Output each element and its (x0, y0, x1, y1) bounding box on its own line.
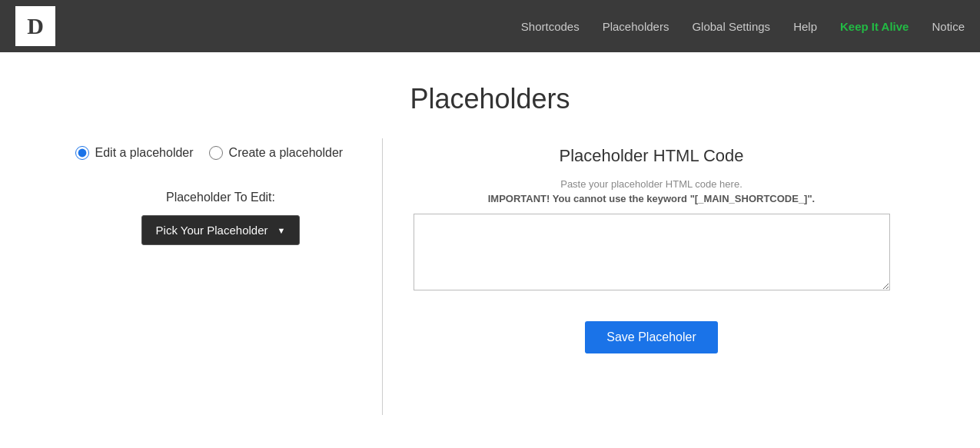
right-panel: Placeholder HTML Code Paste your placeho… (383, 138, 921, 415)
html-code-textarea[interactable] (414, 214, 890, 290)
save-button-wrap: Save Placeholer (414, 321, 890, 353)
caret-icon: ▼ (277, 226, 286, 235)
radio-group: Edit a placeholder Create a placeholder (75, 146, 367, 160)
nav-keep-it-alive[interactable]: Keep It Alive (840, 20, 909, 33)
radio-create-option[interactable]: Create a placeholder (209, 146, 344, 160)
page-title: Placeholders (0, 52, 980, 138)
left-panel: Edit a placeholder Create a placeholder … (60, 138, 383, 415)
nav-shortcodes[interactable]: Shortcodes (521, 20, 580, 33)
save-placeholder-button[interactable]: Save Placeholer (585, 321, 718, 353)
nav-global-settings[interactable]: Global Settings (692, 20, 770, 33)
placeholder-to-edit-section: Placeholder To Edit: Pick Your Placehold… (75, 191, 367, 245)
dropdown-label-text: Pick Your Placeholder (156, 224, 268, 237)
create-radio[interactable] (209, 146, 223, 160)
edit-radio[interactable] (75, 146, 89, 160)
edit-radio-label: Edit a placeholder (95, 146, 194, 160)
hint-text-1: Paste your placeholder HTML code here. (414, 178, 890, 190)
nav-placeholders[interactable]: Placeholders (603, 20, 669, 33)
radio-edit-option[interactable]: Edit a placeholder (75, 146, 194, 160)
right-panel-title: Placeholder HTML Code (414, 146, 890, 166)
main-content: Edit a placeholder Create a placeholder … (29, 138, 952, 415)
pick-placeholder-dropdown[interactable]: Pick Your Placeholder ▼ (141, 215, 301, 245)
logo[interactable]: D (15, 6, 55, 46)
nav-notice[interactable]: Notice (932, 20, 965, 33)
nav-help[interactable]: Help (793, 20, 817, 33)
navbar-links: Shortcodes Placeholders Global Settings … (521, 20, 965, 33)
logo-text: D (27, 13, 44, 39)
create-radio-label: Create a placeholder (229, 146, 344, 160)
navbar: D Shortcodes Placeholders Global Setting… (0, 0, 980, 52)
placeholder-to-edit-label: Placeholder To Edit: (75, 191, 367, 204)
hint-text-2: IMPORTANT! You cannot use the keyword "[… (414, 193, 890, 204)
